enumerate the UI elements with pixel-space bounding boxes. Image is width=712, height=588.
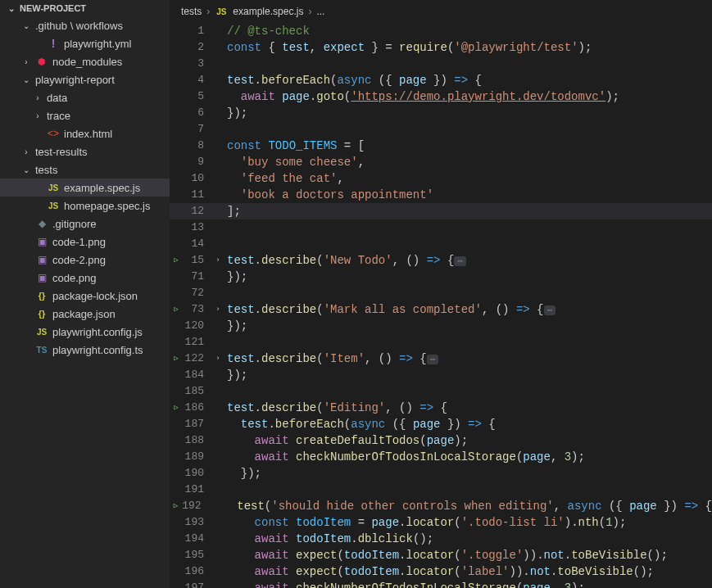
file-item[interactable]: <>index.html: [0, 124, 170, 142]
code-content[interactable]: [224, 236, 712, 252]
code-content[interactable]: ];: [224, 203, 712, 219]
code-content[interactable]: test('should hide other controls when ed…: [220, 498, 712, 514]
code-content[interactable]: test.describe('Item', () => {⋯: [224, 351, 712, 367]
code-line[interactable]: 195 await expect(todoItem.locator('.togg…: [170, 547, 712, 563]
folder-item[interactable]: ⌄playwright-report: [0, 70, 170, 88]
file-item[interactable]: {}package-lock.json: [0, 287, 170, 305]
code-content[interactable]: test.describe('Mark all as completed', (…: [224, 301, 712, 318]
run-test-icon[interactable]: ▷: [174, 301, 178, 318]
code-content[interactable]: 'book a doctors appointment': [224, 187, 712, 203]
breadcrumb-more[interactable]: ...: [316, 6, 324, 17]
code-content[interactable]: const TODO_ITEMS = [: [224, 138, 712, 154]
breadcrumb-folder[interactable]: tests: [181, 6, 202, 17]
file-item[interactable]: !playwright.yml: [0, 34, 170, 52]
folder-item[interactable]: ›trace: [0, 106, 170, 124]
code-content[interactable]: const { test, expect } = require('@playw…: [224, 39, 712, 56]
code-content[interactable]: test.describe('Editing', () => {: [224, 400, 712, 416]
code-content[interactable]: });: [224, 105, 712, 121]
breadcrumb-file[interactable]: example.spec.js: [233, 6, 303, 17]
file-item[interactable]: ▣code.png: [0, 269, 170, 287]
file-item[interactable]: JShomepage.spec.js: [0, 197, 170, 215]
run-test-icon[interactable]: ▷: [174, 351, 178, 367]
code-line[interactable]: 5 await page.goto('https://demo.playwrig…: [170, 88, 712, 105]
code-line[interactable]: 10 'feed the cat',: [170, 170, 712, 187]
breadcrumb[interactable]: tests › JS example.spec.js › ...: [170, 0, 712, 23]
file-item[interactable]: JSexample.spec.js: [0, 179, 170, 197]
explorer-root[interactable]: ⌄ NEW-PROJECT: [0, 0, 170, 16]
code-line[interactable]: 71});: [170, 269, 712, 285]
code-line[interactable]: ▷192 test('should hide other controls wh…: [170, 498, 712, 514]
code-line[interactable]: 188 await createDefaultTodos(page);: [170, 432, 712, 449]
file-item[interactable]: {}package.json: [0, 305, 170, 323]
code-content[interactable]: 'buy some cheese',: [224, 154, 712, 170]
code-line[interactable]: ▷15›test.describe('New Todo', () => {⋯: [170, 252, 712, 269]
code-line[interactable]: ▷186test.describe('Editing', () => {: [170, 400, 712, 416]
code-editor[interactable]: 1// @ts-check2const { test, expect } = r…: [170, 23, 712, 588]
code-line[interactable]: 1// @ts-check: [170, 23, 712, 39]
code-line[interactable]: 9 'buy some cheese',: [170, 154, 712, 170]
code-content[interactable]: await checkNumberOfTodosInLocalStorage(p…: [224, 580, 712, 588]
file-item[interactable]: ▣code-1.png: [0, 233, 170, 251]
code-content[interactable]: 'feed the cat',: [224, 170, 712, 187]
code-line[interactable]: 14: [170, 236, 712, 252]
code-content[interactable]: await page.goto('https://demo.playwright…: [224, 88, 712, 105]
code-line[interactable]: 197 await checkNumberOfTodosInLocalStora…: [170, 580, 712, 588]
code-content[interactable]: [224, 219, 712, 236]
code-content[interactable]: await expect(todoItem.locator('label')).…: [224, 563, 712, 580]
code-content[interactable]: await checkNumberOfTodosInLocalStorage(p…: [224, 449, 712, 465]
code-line[interactable]: 12];: [170, 203, 712, 219]
code-line[interactable]: 72: [170, 285, 712, 301]
code-line[interactable]: ▷122›test.describe('Item', () => {⋯: [170, 351, 712, 367]
code-content[interactable]: [224, 121, 712, 138]
folder-item[interactable]: ⌄.github \ workflows: [0, 16, 170, 34]
code-content[interactable]: [224, 482, 712, 498]
code-content[interactable]: await todoItem.dblclick();: [224, 531, 712, 547]
run-test-icon[interactable]: ▷: [174, 498, 178, 514]
code-line[interactable]: 121: [170, 334, 712, 351]
code-line[interactable]: 185: [170, 383, 712, 400]
run-test-icon[interactable]: ▷: [174, 252, 178, 269]
code-content[interactable]: [224, 334, 712, 351]
code-content[interactable]: });: [224, 318, 712, 334]
folder-item[interactable]: ⌄tests: [0, 161, 170, 179]
code-content[interactable]: test.beforeEach(async ({ page }) => {: [224, 416, 712, 432]
fold-icon[interactable]: ›: [215, 351, 220, 367]
code-line[interactable]: 190 });: [170, 465, 712, 482]
code-content[interactable]: test.describe('New Todo', () => {⋯: [224, 252, 712, 269]
code-content[interactable]: test.beforeEach(async ({ page }) => {: [224, 72, 712, 88]
code-line[interactable]: 8const TODO_ITEMS = [: [170, 138, 712, 154]
code-line[interactable]: 3: [170, 56, 712, 72]
code-line[interactable]: 191: [170, 482, 712, 498]
folder-item[interactable]: ›test-results: [0, 142, 170, 161]
code-content[interactable]: const todoItem = page.locator('.todo-lis…: [224, 514, 712, 531]
code-line[interactable]: 189 await checkNumberOfTodosInLocalStora…: [170, 449, 712, 465]
code-content[interactable]: });: [224, 367, 712, 383]
code-line[interactable]: 7: [170, 121, 712, 138]
code-content[interactable]: await expect(todoItem.locator('.toggle')…: [224, 547, 712, 563]
code-line[interactable]: 11 'book a doctors appointment': [170, 187, 712, 203]
code-content[interactable]: await createDefaultTodos(page);: [224, 432, 712, 449]
code-content[interactable]: });: [224, 269, 712, 285]
code-content[interactable]: // @ts-check: [224, 23, 712, 39]
code-line[interactable]: 196 await expect(todoItem.locator('label…: [170, 563, 712, 580]
fold-icon[interactable]: ›: [215, 301, 220, 318]
folder-item[interactable]: ›⬢node_modules: [0, 52, 170, 70]
code-content[interactable]: [224, 285, 712, 301]
file-item[interactable]: JSplaywright.config.js: [0, 323, 170, 341]
code-line[interactable]: ▷73›test.describe('Mark all as completed…: [170, 301, 712, 318]
code-line[interactable]: 193 const todoItem = page.locator('.todo…: [170, 514, 712, 531]
code-line[interactable]: 120});: [170, 318, 712, 334]
file-item[interactable]: ◆.gitignore: [0, 215, 170, 233]
code-content[interactable]: [224, 383, 712, 400]
code-line[interactable]: 194 await todoItem.dblclick();: [170, 531, 712, 547]
code-content[interactable]: [224, 56, 712, 72]
code-line[interactable]: 184});: [170, 367, 712, 383]
file-item[interactable]: TSplaywright.config.ts: [0, 341, 170, 359]
code-line[interactable]: 6});: [170, 105, 712, 121]
fold-icon[interactable]: ›: [215, 252, 220, 269]
code-line[interactable]: 187 test.beforeEach(async ({ page }) => …: [170, 416, 712, 432]
file-item[interactable]: ▣code-2.png: [0, 251, 170, 269]
code-content[interactable]: });: [224, 465, 712, 482]
code-line[interactable]: 4test.beforeEach(async ({ page }) => {: [170, 72, 712, 88]
code-line[interactable]: 2const { test, expect } = require('@play…: [170, 39, 712, 56]
